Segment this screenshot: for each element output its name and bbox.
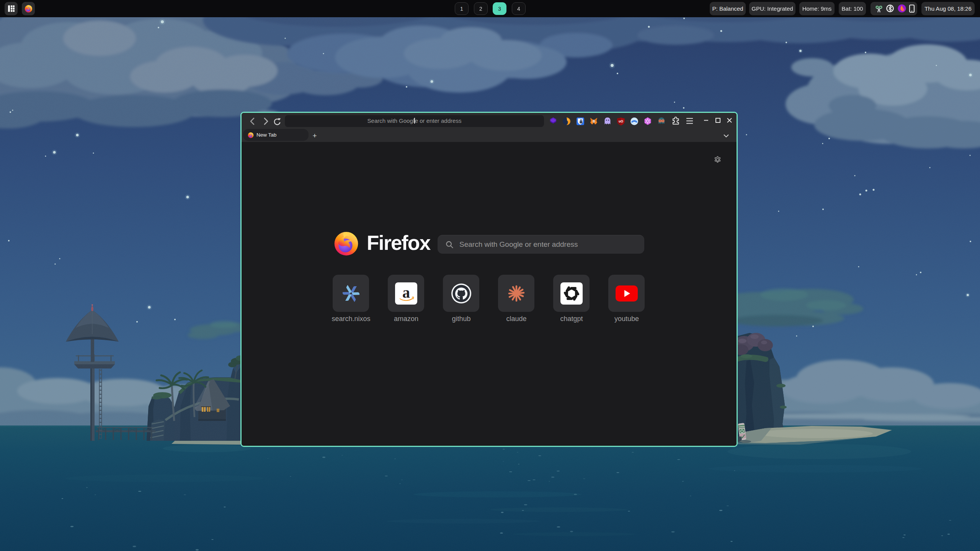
svg-text:a: a	[402, 284, 410, 301]
svg-text:uO: uO	[619, 119, 623, 123]
